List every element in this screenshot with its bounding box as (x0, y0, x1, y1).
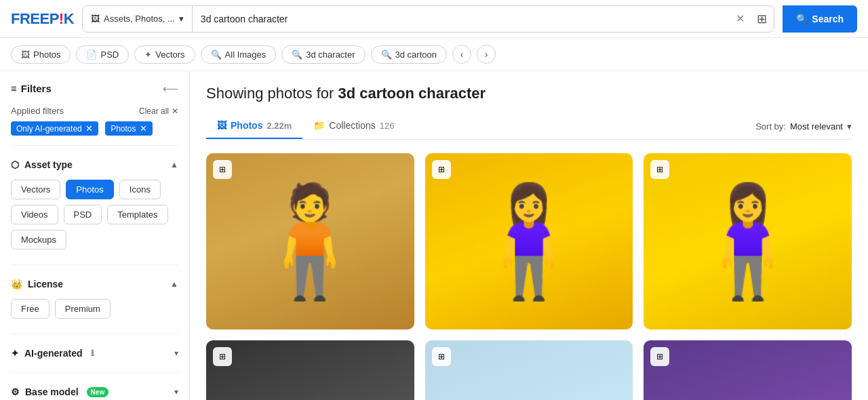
applied-filters-section: Applied filters Clear all ✕ Only AI-gene… (11, 106, 178, 136)
asset-type-section: ⬡ Asset type ▲ Vectors Photos Icons Vide… (11, 154, 178, 256)
divider-4 (11, 372, 178, 373)
divider-1 (11, 145, 178, 146)
3d-character-icon: 🔍 (292, 49, 302, 60)
tag-psd[interactable]: 📄 PSD (76, 45, 129, 64)
remove-ai-filter[interactable]: ✕ (85, 123, 93, 134)
asset-option-templates[interactable]: Templates (107, 205, 167, 224)
asset-option-videos[interactable]: Videos (11, 205, 58, 224)
filter-icon: ≡ (11, 83, 17, 94)
license-section: 👑 License ▲ Free Premium (11, 273, 178, 325)
vectors-icon: ✦ (144, 49, 152, 60)
character-figure-3: 🧍‍♀️ (680, 187, 816, 296)
clear-search-icon[interactable]: ✕ (730, 12, 750, 25)
card-badge-4[interactable]: ⊞ (213, 347, 232, 366)
gear-icon: ⚙ (11, 386, 20, 397)
3d-cartoon-icon: 🔍 (381, 49, 392, 60)
clear-all-button[interactable]: Clear all ✕ (139, 106, 178, 116)
search-bar: 🖼 Assets, Photos, ... ▾ ✕ ⊞ (82, 5, 774, 33)
ai-badge-icon-1: ⊞ (219, 165, 226, 174)
image-card-3[interactable]: 🧍‍♀️ ⊞ (644, 153, 852, 329)
search-type-label: Assets, Photos, ... (104, 14, 175, 24)
image-thumbnail-4 (206, 340, 414, 400)
content-area: Showing photos for 3d cartoon character … (190, 71, 868, 400)
image-thumbnail-3: 🧍‍♀️ (644, 153, 852, 329)
license-icon: 👑 (11, 279, 22, 289)
asset-option-vectors[interactable]: Vectors (11, 180, 60, 199)
divider-2 (11, 264, 178, 265)
ai-info-icon[interactable]: ℹ (91, 348, 94, 358)
base-model-title: ⚙ Base model New (11, 386, 108, 397)
ai-badge-icon-5: ⊞ (438, 352, 445, 361)
header: FREEP!K 🖼 Assets, Photos, ... ▾ ✕ ⊞ 🔍 Se… (0, 0, 868, 38)
result-title: Showing photos for 3d cartoon character (206, 85, 852, 102)
ai-generated-header[interactable]: ✦ AI-generated ℹ ▾ (11, 342, 178, 364)
asset-type-header[interactable]: ⬡ Asset type ▲ (11, 154, 178, 176)
tag-all-images[interactable]: 🔍 All Images (201, 45, 277, 64)
image-thumbnail-5 (425, 340, 633, 400)
license-option-premium[interactable]: Premium (55, 299, 111, 319)
filter-tag-ai[interactable]: Only AI-generated ✕ (11, 121, 98, 136)
main-layout: ≡ Filters ⟵ Applied filters Clear all ✕ … (0, 71, 868, 400)
base-model-header[interactable]: ⚙ Base model New ▾ (11, 381, 178, 400)
psd-icon: 📄 (86, 49, 97, 60)
image-card-5[interactable]: ⊞ (425, 340, 633, 400)
ai-chevron: ▾ (174, 348, 178, 358)
sidebar-header: ≡ Filters ⟵ (11, 82, 178, 95)
ai-badge-icon-2: ⊞ (438, 165, 445, 174)
translate-icon[interactable]: ⊞ (750, 12, 774, 26)
asset-option-icons[interactable]: Icons (119, 180, 161, 199)
filter-tag-photos[interactable]: Photos ✕ (105, 121, 152, 136)
all-images-icon: 🔍 (211, 49, 222, 60)
search-input[interactable] (193, 14, 730, 24)
collections-tab-icon: 📁 (313, 120, 325, 131)
sidebar-collapse-button[interactable]: ⟵ (163, 82, 178, 95)
result-tabs: 🖼 Photos 2.22m 📁 Collections 126 Sort by… (206, 113, 852, 140)
tag-photos[interactable]: 🖼 Photos (11, 45, 71, 64)
license-option-free[interactable]: Free (11, 299, 50, 319)
ai-generated-section: ✦ AI-generated ℹ ▾ (11, 342, 178, 364)
image-card-4[interactable]: ⊞ (206, 340, 414, 400)
character-figure-2: 🧍‍♀️ (461, 187, 597, 296)
clear-icon: ✕ (172, 106, 178, 116)
tag-prev-arrow[interactable]: ‹ (452, 45, 471, 64)
sidebar: ≡ Filters ⟵ Applied filters Clear all ✕ … (0, 71, 190, 400)
asset-type-options: Vectors Photos Icons Videos PSD Template… (11, 176, 178, 256)
asset-option-psd[interactable]: PSD (64, 205, 102, 224)
divider-3 (11, 334, 178, 334)
tab-photos[interactable]: 🖼 Photos 2.22m (206, 113, 302, 139)
ai-generated-title: ✦ AI-generated ℹ (11, 348, 94, 359)
card-badge-2[interactable]: ⊞ (432, 160, 451, 179)
tag-3d-cartoon[interactable]: 🔍 3d cartoon (371, 45, 447, 64)
card-badge-6[interactable]: ⊞ (650, 347, 669, 366)
image-grid: 🧍 ⊞ 🧍‍♀️ ⊞ 🧍‍♀️ (206, 153, 852, 400)
logo[interactable]: FREEP!K (11, 10, 74, 28)
license-options: Free Premium (11, 295, 178, 325)
image-card-1[interactable]: 🧍 ⊞ (206, 153, 414, 329)
image-thumbnail-1: 🧍 (206, 153, 414, 329)
tab-collections[interactable]: 📁 Collections 126 (302, 113, 405, 139)
photos-tab-icon: 🖼 (217, 120, 226, 131)
photos-icon: 🖼 (21, 49, 30, 60)
search-type-selector[interactable]: 🖼 Assets, Photos, ... ▾ (83, 6, 193, 32)
image-thumbnail-6 (644, 340, 852, 400)
asset-type-icon: ⬡ (11, 159, 19, 170)
card-badge-3[interactable]: ⊞ (650, 160, 669, 179)
chevron-down-icon: ▾ (179, 14, 184, 24)
tag-3d-character[interactable]: 🔍 3d character (281, 45, 365, 64)
tag-vectors[interactable]: ✦ Vectors (134, 45, 195, 64)
remove-photos-filter[interactable]: ✕ (140, 123, 147, 134)
ai-badge-icon-6: ⊞ (656, 352, 663, 361)
image-thumbnail-2: 🧍‍♀️ (425, 153, 633, 329)
ai-badge-icon-4: ⊞ (219, 352, 226, 361)
sort-by-control[interactable]: Sort by: Most relevant ▾ (755, 121, 852, 132)
asset-option-mockups[interactable]: Mockups (11, 230, 66, 249)
tag-next-arrow[interactable]: › (477, 45, 496, 64)
asset-option-photos[interactable]: Photos (66, 180, 113, 199)
card-badge-5[interactable]: ⊞ (432, 347, 451, 366)
image-card-6[interactable]: ⊞ (644, 340, 852, 400)
image-card-2[interactable]: 🧍‍♀️ ⊞ (425, 153, 633, 329)
license-header[interactable]: 👑 License ▲ (11, 273, 178, 295)
search-type-icon: 🖼 (91, 14, 100, 24)
card-badge-1[interactable]: ⊞ (213, 160, 232, 179)
search-button[interactable]: 🔍 Search (783, 5, 857, 33)
